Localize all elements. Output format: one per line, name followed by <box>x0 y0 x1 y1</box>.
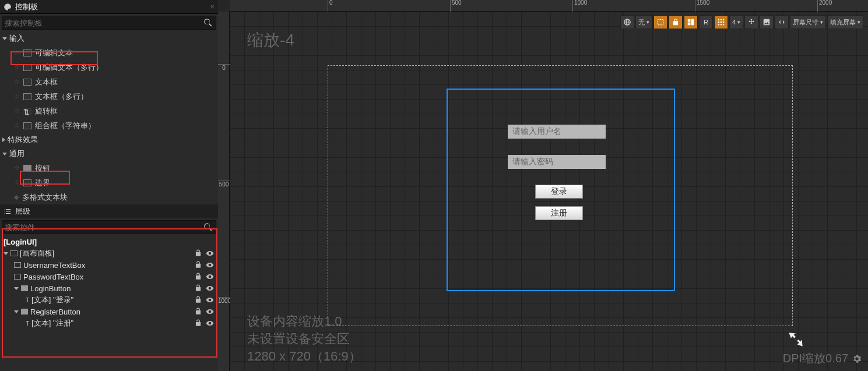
preview-password-input[interactable]: 请输入密码 <box>508 155 606 169</box>
unlock-icon[interactable] <box>194 296 203 304</box>
tool-fill-screen[interactable]: 填充屏幕 <box>827 15 863 29</box>
flip-icon <box>778 18 786 26</box>
search-icon <box>203 222 213 232</box>
palette-search[interactable] <box>2 16 216 30</box>
hierarchy-register-text[interactable]: T[文本] "注册" <box>0 317 218 329</box>
globe-icon <box>623 18 631 26</box>
hierarchy-tab[interactable]: 层级 <box>0 204 218 218</box>
palette-item-spinbox[interactable]: ☆⇅旋转框 <box>0 104 218 118</box>
tool-globe[interactable] <box>620 15 634 29</box>
preview-username-input[interactable]: 请输入用户名 <box>508 125 606 139</box>
palette-item-button[interactable]: ☆按钮 <box>0 161 218 175</box>
ruler-horizontal: 0 500 1000 1500 2000 <box>230 0 868 12</box>
preview-register-button[interactable]: 注册 <box>535 206 583 220</box>
palette-tab[interactable]: 控制板 × <box>0 0 218 14</box>
hierarchy-canvas-panel[interactable]: [画布面板] <box>0 248 218 259</box>
close-icon[interactable]: × <box>210 2 215 11</box>
outline-icon <box>656 18 665 26</box>
tool-screen-size[interactable]: 屏幕尺寸 <box>790 15 826 29</box>
eye-icon[interactable] <box>205 273 215 281</box>
tool-grid-size[interactable]: 4 <box>729 15 743 29</box>
palette-title: 控制板 <box>15 2 38 12</box>
eye-icon[interactable] <box>205 261 215 269</box>
unlock-icon[interactable] <box>194 273 203 281</box>
palette-icon <box>3 3 12 11</box>
tool-flip[interactable] <box>775 15 789 29</box>
viewport-toolbar: 无 R 4 屏幕尺寸 填充屏幕 <box>620 14 863 30</box>
category-input[interactable]: 输入 <box>0 31 218 45</box>
list-icon <box>3 207 12 215</box>
preview-login-button[interactable]: 登录 <box>535 185 583 199</box>
palette-search-input[interactable] <box>5 19 203 27</box>
eye-icon[interactable] <box>205 319 215 327</box>
canvas-area[interactable]: 缩放-4 请输入用户名 请输入密码 登录 注册 设备内容缩放1.0 未设置设备安… <box>230 12 868 371</box>
lock-icon <box>672 18 680 26</box>
palette-item-textbox-multiline[interactable]: ☆文本框（多行） <box>0 89 218 104</box>
tool-move[interactable] <box>744 15 758 29</box>
palette-item-richtext[interactable]: ◆多格式文本块 <box>0 190 218 204</box>
move-icon <box>747 18 755 26</box>
tool-none[interactable]: 无 <box>635 15 652 29</box>
tool-lock[interactable] <box>669 15 683 29</box>
unlock-icon[interactable] <box>194 319 203 327</box>
hierarchy-title: 层级 <box>15 206 30 217</box>
tool-layout[interactable] <box>684 15 698 29</box>
search-icon <box>203 17 213 28</box>
hierarchy-password-textbox[interactable]: PasswordTextBox <box>0 271 218 282</box>
layout-icon <box>687 18 695 26</box>
hierarchy-username-textbox[interactable]: UsernameTextBox <box>0 259 218 271</box>
palette-item-border[interactable]: ☆边界 <box>0 175 218 190</box>
zoom-label: 缩放-4 <box>247 29 294 51</box>
hierarchy-register-button[interactable]: RegisterButton <box>0 306 218 317</box>
hierarchy-login-text[interactable]: T[文本] "登录" <box>0 294 218 306</box>
tool-grid[interactable] <box>714 15 728 29</box>
unlock-icon[interactable] <box>194 249 203 257</box>
unlock-icon[interactable] <box>194 308 203 316</box>
eye-icon[interactable] <box>205 284 215 292</box>
tool-image[interactable] <box>760 15 774 29</box>
resize-cursor-icon <box>788 331 804 348</box>
unlock-icon[interactable] <box>194 284 203 292</box>
ruler-vertical: 0 500 1000 <box>218 12 230 371</box>
tool-r[interactable]: R <box>699 15 713 29</box>
gear-icon[interactable] <box>852 354 862 364</box>
designer-viewport[interactable]: 0 500 1000 1500 2000 0 500 1000 缩放-4 请输入… <box>218 0 868 371</box>
hierarchy-root[interactable]: [LoginUI] <box>0 236 218 248</box>
palette-item-combobox[interactable]: ☆组合框（字符串） <box>0 118 218 133</box>
palette-item-editable-text-multiline[interactable]: ☆可编辑文本（多行） <box>0 60 218 75</box>
dpi-info: DPI缩放0.67 <box>783 351 862 366</box>
svg-rect-0 <box>658 19 663 24</box>
unlock-icon[interactable] <box>194 261 203 269</box>
device-info: 设备内容缩放1.0 未设置设备安全区 1280 x 720（16:9） <box>247 313 361 365</box>
eye-icon[interactable] <box>205 296 215 304</box>
palette-item-editable-text[interactable]: ☆可编辑文本 <box>0 45 218 60</box>
category-special[interactable]: 特殊效果 <box>0 133 218 147</box>
grid-icon <box>717 18 725 26</box>
image-icon <box>762 18 771 26</box>
hierarchy-login-button[interactable]: LoginButton <box>0 282 218 294</box>
category-general[interactable]: 通用 <box>0 147 218 161</box>
tool-outline[interactable] <box>653 15 667 29</box>
eye-icon[interactable] <box>205 249 215 257</box>
hierarchy-search-input[interactable] <box>5 223 203 232</box>
palette-item-textbox[interactable]: ☆文本框 <box>0 75 218 89</box>
eye-icon[interactable] <box>205 308 215 316</box>
hierarchy-search[interactable] <box>2 220 216 234</box>
